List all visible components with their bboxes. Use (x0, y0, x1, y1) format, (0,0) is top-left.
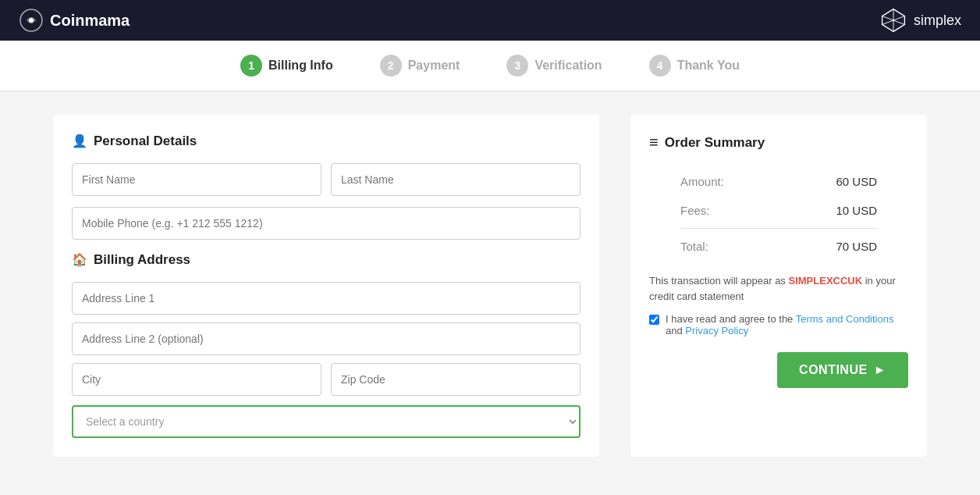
fees-value: 10 USD (836, 204, 877, 217)
step-billing-info: 1 Billing Info (240, 55, 333, 77)
terms-link[interactable]: Terms and Conditions (796, 313, 894, 325)
fees-label: Fees: (680, 204, 710, 217)
step-2-label: Payment (408, 59, 460, 73)
step-2-number: 2 (380, 55, 402, 77)
amount-value: 60 USD (836, 175, 877, 188)
address2-input[interactable] (72, 322, 581, 355)
amount-label: Amount: (680, 175, 724, 188)
header: Coinmama simplex (0, 0, 980, 41)
step-4-label: Thank You (677, 59, 740, 73)
transaction-note: This transaction will appear as SIMPLEXC… (649, 273, 908, 304)
simplex-logo: simplex (879, 6, 961, 34)
main-content: Personal Details Billing Address Select … (22, 91, 958, 480)
arrow-icon: ► (874, 363, 886, 377)
mobile-phone-input[interactable] (72, 207, 581, 240)
name-row (72, 163, 581, 196)
list-icon (649, 134, 659, 151)
coinmama-logo: Coinmama (19, 8, 130, 33)
continue-button[interactable]: CONTINUE ► (777, 352, 908, 388)
personal-details-section-title: Personal Details (72, 134, 581, 149)
zip-input[interactable] (331, 363, 581, 396)
billing-address-section-title: Billing Address (72, 252, 581, 268)
house-icon (72, 252, 87, 268)
order-summary-title: Order Summary (649, 134, 908, 151)
last-name-input[interactable] (331, 163, 581, 196)
city-input[interactable] (72, 363, 321, 396)
step-1-label: Billing Info (268, 59, 333, 73)
first-name-input[interactable] (72, 163, 321, 196)
step-1-number: 1 (240, 55, 262, 77)
person-icon (72, 134, 87, 149)
country-select[interactable]: Select a country (72, 405, 581, 438)
city-zip-row (72, 363, 581, 396)
total-label: Total: (680, 240, 708, 253)
svg-point-1 (29, 18, 34, 23)
left-panel: Personal Details Billing Address Select … (53, 115, 599, 457)
total-value: 70 USD (836, 240, 877, 253)
privacy-link[interactable]: Privacy Policy (685, 325, 748, 337)
order-divider (680, 228, 877, 229)
fees-row: Fees: 10 USD (649, 196, 908, 225)
step-3-number: 3 (506, 55, 528, 77)
address1-input[interactable] (72, 282, 581, 315)
step-payment: 2 Payment (380, 55, 460, 77)
right-panel: Order Summary Amount: 60 USD Fees: 10 US… (630, 115, 927, 457)
agree-checkbox[interactable] (649, 315, 659, 325)
step-4-number: 4 (649, 55, 671, 77)
agree-row: I have read and agree to the Terms and C… (649, 313, 908, 337)
step-3-label: Verification (534, 59, 602, 73)
step-thank-you: 4 Thank You (649, 55, 740, 77)
merchant-name: SIMPLEXCCUK (788, 275, 862, 287)
step-verification: 3 Verification (506, 55, 602, 77)
amount-row: Amount: 60 USD (649, 167, 908, 196)
steps-bar: 1 Billing Info 2 Payment 3 Verification … (0, 41, 980, 91)
total-row: Total: 70 USD (649, 232, 908, 261)
